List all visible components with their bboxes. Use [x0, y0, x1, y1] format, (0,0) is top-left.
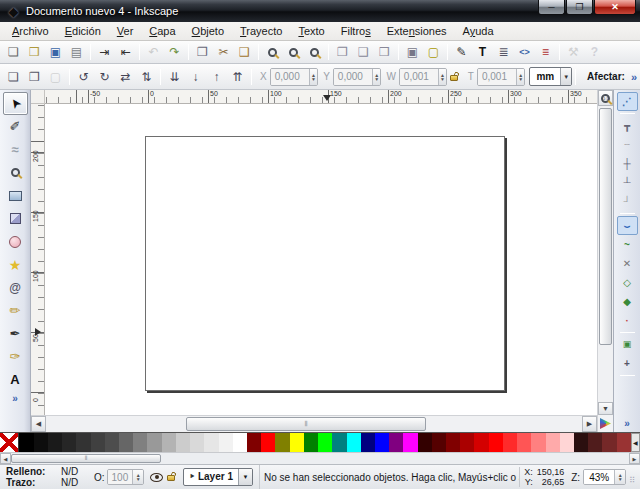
snap-to-paths-button[interactable]: ~	[617, 235, 638, 254]
y-field[interactable]: 0,000▲▼	[333, 68, 382, 86]
cut-button[interactable]: ✂	[213, 42, 234, 62]
palette-swatch[interactable]	[403, 433, 417, 452]
help-button[interactable]: ?	[584, 42, 605, 62]
create-clone-button[interactable]: ❑	[353, 42, 374, 62]
export-button[interactable]: ⇤	[115, 42, 136, 62]
unlink-clone-button[interactable]: ❒	[374, 42, 395, 62]
snap-object-centers-button[interactable]: ▣	[617, 335, 638, 354]
x-field[interactable]: 0,000▲▼	[270, 68, 319, 86]
palette-swatch[interactable]	[290, 433, 304, 452]
menu-ver[interactable]: Ver	[109, 23, 142, 39]
palette-swatch[interactable]	[389, 433, 403, 452]
palette-swatch[interactable]	[162, 433, 176, 452]
redo-button[interactable]: ↷	[164, 42, 185, 62]
palette-swatch[interactable]	[261, 433, 275, 452]
zoom-drawing-button[interactable]	[283, 42, 304, 62]
palette-swatch[interactable]	[204, 433, 218, 452]
text-dialog-button[interactable]: T	[472, 42, 493, 62]
maximize-button[interactable]: ❐	[566, 0, 593, 15]
palette-swatch[interactable]	[176, 433, 190, 452]
unit-dropdown[interactable]: mm▼	[529, 67, 572, 86]
rotate-cw-button[interactable]: ↻	[94, 67, 115, 87]
calligraphy-tool-button[interactable]: ✑	[3, 345, 28, 368]
palette-swatch[interactable]	[347, 433, 361, 452]
menu-edición[interactable]: Edición	[57, 23, 109, 39]
select-all-button[interactable]: ❏	[3, 67, 24, 87]
palette-swatch[interactable]	[332, 433, 346, 452]
select-all-layers-button[interactable]: ❐	[24, 67, 45, 87]
palette-swatch[interactable]	[617, 433, 631, 452]
zoom-field[interactable]: 43%▲▼	[583, 469, 626, 485]
palette-prev-arrow[interactable]: ◀	[631, 433, 640, 452]
palette-swatch[interactable]	[375, 433, 389, 452]
palette-swatch[interactable]	[489, 433, 503, 452]
layer-visibility-toggle[interactable]	[148, 473, 165, 482]
snap-path-intersections-button[interactable]: ✕	[617, 254, 638, 273]
palette-swatch[interactable]	[76, 433, 90, 452]
raise-button[interactable]: ↑	[206, 67, 227, 87]
palette-swatch[interactable]	[190, 433, 204, 452]
ungroup-button[interactable]: ▢	[423, 42, 444, 62]
copy-button[interactable]: ❐	[192, 42, 213, 62]
menu-filtros[interactable]: Filtros	[333, 23, 379, 39]
raise-to-top-button[interactable]: ⇈	[227, 67, 248, 87]
group-button[interactable]: ▣	[402, 42, 423, 62]
menu-archivo[interactable]: Archivo	[4, 23, 57, 39]
menu-texto[interactable]: Texto	[290, 23, 332, 39]
palette-swatch[interactable]	[19, 433, 33, 452]
menu-extensiones[interactable]: Extensiones	[379, 23, 455, 39]
palette-swatch[interactable]	[219, 433, 233, 452]
zoom-tool-button[interactable]	[3, 161, 28, 184]
snap-cusp-nodes-button[interactable]: ◇	[617, 273, 638, 292]
toolbar-overflow-chevron[interactable]: »	[631, 71, 637, 83]
menu-objeto[interactable]: Objeto	[184, 23, 232, 39]
rotate-ccw-button[interactable]: ↺	[73, 67, 94, 87]
palette-swatch[interactable]	[361, 433, 375, 452]
undo-button[interactable]: ↶	[143, 42, 164, 62]
palette-swatch[interactable]	[602, 433, 616, 452]
layer-lock-toggle[interactable]	[165, 473, 179, 481]
import-button[interactable]: ⇥	[94, 42, 115, 62]
snap-bounding-box-button[interactable]: ┳	[617, 116, 638, 135]
palette-swatch[interactable]	[588, 433, 602, 452]
opacity-spinner[interactable]: ▲▼	[132, 470, 143, 484]
zoom-selection-button[interactable]	[262, 42, 283, 62]
palette-swatch[interactable]	[105, 433, 119, 452]
zoom-1-1-button[interactable]: 1:1	[598, 90, 613, 106]
y-spinner[interactable]: ▲▼	[372, 69, 381, 85]
horizontal-scroll-thumb[interactable]: ⦀	[186, 417, 426, 431]
selector-tool-button[interactable]: ➤	[3, 92, 28, 115]
palette-swatch[interactable]	[560, 433, 574, 452]
height-field[interactable]: 0,001▲▼	[477, 68, 526, 86]
snap-bbox-corners-button[interactable]: ┼	[617, 154, 638, 173]
xml-editor-button[interactable]: <>	[514, 42, 535, 62]
zoom-page-button[interactable]	[304, 42, 325, 62]
enable-snapping-button[interactable]: ⋰	[617, 92, 638, 111]
palette-scroll-left-arrow[interactable]: ◀	[0, 453, 11, 464]
lower-button[interactable]: ↓	[185, 67, 206, 87]
snap-bbox-edges-button[interactable]: ┄	[617, 135, 638, 154]
vertical-scroll-thumb[interactable]	[599, 108, 612, 345]
layer-dropdown[interactable]: Layer 1 ▼	[183, 468, 253, 486]
document-page[interactable]	[145, 136, 505, 391]
palette-swatch[interactable]	[62, 433, 76, 452]
palette-swatch[interactable]	[133, 433, 147, 452]
snap-smooth-nodes-button[interactable]: ◆	[617, 292, 638, 311]
zoom-spinner[interactable]: ▲▼	[614, 470, 625, 484]
snap-bbox-centers-button[interactable]: ┘	[617, 192, 638, 211]
palette-swatch[interactable]	[304, 433, 318, 452]
fill-stroke-dialog-button[interactable]: ✎	[451, 42, 472, 62]
snap-midpoints-button[interactable]: ∙	[617, 311, 638, 330]
lock-ratio-icon[interactable]	[450, 73, 460, 81]
scroll-down-arrow[interactable]: ▼	[598, 402, 613, 415]
palette-swatch[interactable]	[275, 433, 289, 452]
flip-horizontal-button[interactable]: ⇄	[115, 67, 136, 87]
width-spinner[interactable]: ▲▼	[438, 69, 447, 85]
menu-trayecto[interactable]: Trayecto	[232, 23, 290, 39]
palette-swatch[interactable]	[446, 433, 460, 452]
paste-button[interactable]: ❑	[234, 42, 255, 62]
spiral-tool-button[interactable]: @	[3, 276, 28, 299]
palette-swatch[interactable]	[574, 433, 588, 452]
palette-swatch[interactable]	[119, 433, 133, 452]
horizontal-ruler[interactable]: -50050100150200250300350	[45, 90, 597, 104]
